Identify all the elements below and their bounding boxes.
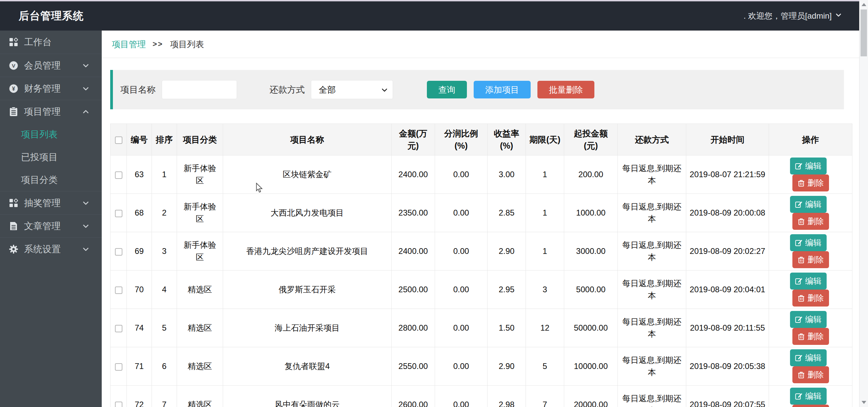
breadcrumb-separator: >>: [153, 40, 163, 49]
edit-pencil-icon: [795, 316, 803, 323]
cell-term: 3: [526, 271, 564, 309]
trash-icon: [797, 218, 805, 225]
delete-button-label: 删除: [808, 254, 824, 265]
cell-actions: 编辑 删除: [769, 271, 852, 309]
delete-button[interactable]: 删除: [792, 251, 829, 268]
row-checkbox[interactable]: [115, 325, 122, 332]
scrollbar-up-arrow[interactable]: [862, 3, 866, 6]
edit-button[interactable]: 编辑: [790, 273, 827, 290]
edit-button[interactable]: 编辑: [790, 158, 827, 174]
cell-id: 63: [127, 155, 152, 194]
delete-button[interactable]: 删除: [792, 213, 829, 230]
batch-delete-button[interactable]: 批量删除: [537, 81, 594, 98]
edit-button-label: 编辑: [805, 161, 822, 171]
delete-button[interactable]: 删除: [792, 174, 829, 191]
user-menu[interactable]: . 欢迎您，管理员[admin]: [744, 11, 843, 21]
column-header: 收益率(%): [488, 124, 526, 155]
edit-button[interactable]: 编辑: [790, 349, 827, 366]
cell-yield-rate: 2.95: [488, 271, 526, 309]
sidebar-item-projects[interactable]: 项目管理: [0, 100, 102, 123]
edit-button[interactable]: 编辑: [790, 388, 827, 405]
row-checkbox[interactable]: [115, 402, 122, 407]
edit-button-label: 编辑: [805, 391, 822, 402]
cell-project-name: 风中有朵雨做的云: [223, 386, 392, 407]
table-row: 72 7 精选区 风中有朵雨做的云 2600.00 0.00 2.98 7 20…: [111, 386, 852, 407]
add-project-button[interactable]: 添加项目: [474, 81, 531, 98]
table-row: 68 2 新手体验区 大西北风力发电项目 2350.00 0.00 2.85 1…: [111, 194, 852, 232]
delete-button-label: 删除: [808, 178, 824, 188]
edit-pencil-icon: [795, 392, 803, 400]
row-checkbox[interactable]: [115, 171, 122, 179]
table-row: 71 6 精选区 复仇者联盟4 2550.00 0.00 2.90 5 1000…: [111, 347, 852, 386]
select-all-checkbox[interactable]: [115, 136, 122, 144]
sidebar-item-label: 系统设置: [24, 243, 61, 255]
projects-table: 编号 排序 项目分类 项目名称 金额(万元) 分润比例(%) 收益率(%) 期限…: [110, 124, 852, 407]
cell-category: 新手体验区: [177, 232, 223, 271]
column-header: 期限(天): [526, 124, 564, 155]
row-checkbox[interactable]: [115, 210, 122, 217]
sidebar-item-finance[interactable]: ¥ 财务管理: [0, 77, 102, 100]
cell-sort: 5: [152, 309, 177, 347]
cell-sort: 2: [152, 194, 177, 232]
breadcrumb-parent-link[interactable]: 项目管理: [112, 39, 146, 50]
cell-repay-method: 每日返息,到期还本: [618, 232, 686, 271]
sidebar-item-workbench[interactable]: 工作台: [0, 31, 102, 54]
trash-icon: [797, 256, 805, 263]
cell-start-time: 2019-08-09 20:07:55: [686, 386, 769, 407]
filter-panel: 项目名称 还款方式 全部 查询 添加项目 批量删除: [110, 70, 844, 109]
cell-amount: 2550.00: [392, 347, 435, 386]
repay-method-label: 还款方式: [270, 84, 305, 96]
delete-button[interactable]: 删除: [792, 328, 829, 345]
cell-repay-method: 每日返息,到期还本: [618, 194, 686, 232]
chevron-up-icon: [81, 107, 90, 116]
delete-button[interactable]: 删除: [792, 405, 829, 407]
column-header: 排序: [152, 124, 177, 155]
repay-method-select[interactable]: 全部: [311, 80, 393, 99]
edit-button[interactable]: 编辑: [790, 311, 827, 328]
edit-button[interactable]: 编辑: [790, 196, 827, 213]
project-name-input[interactable]: [162, 80, 237, 99]
sidebar-item-lottery[interactable]: 抽奖管理: [0, 191, 102, 214]
cell-start-time: 2019-08-09 20:02:27: [686, 232, 769, 271]
row-select-cell: [111, 347, 127, 386]
scrollbar-down-arrow[interactable]: [862, 401, 866, 404]
row-select-cell: [111, 386, 127, 407]
top-navbar: 后台管理系统 . 欢迎您，管理员[admin]: [0, 1, 868, 31]
search-button[interactable]: 查询: [427, 81, 467, 98]
workbench-grid-icon: [9, 37, 18, 47]
column-header: 项目分类: [177, 124, 223, 155]
sidebar-item-project-list[interactable]: 项目列表: [0, 123, 102, 146]
edit-button-label: 编辑: [805, 199, 822, 210]
table-row: 63 1 新手体验区 区块链紫金矿 2400.00 0.00 3.00 1 20…: [111, 155, 852, 194]
settings-gear-icon: [9, 244, 18, 254]
column-header: 还款方式: [618, 124, 686, 155]
svg-text:V: V: [12, 62, 15, 68]
chevron-down-icon: [81, 245, 90, 254]
row-checkbox[interactable]: [115, 286, 122, 294]
cell-category: 精选区: [177, 309, 223, 347]
sidebar-submenu-projects: 项目列表 已投项目 项目分类: [0, 123, 102, 191]
sidebar-item-project-categories[interactable]: 项目分类: [0, 168, 102, 191]
table-row: 74 5 精选区 海上石油开采项目 2800.00 0.00 1.50 12 5…: [111, 309, 852, 347]
edit-button-label: 编辑: [805, 276, 822, 286]
cell-term: 1: [526, 155, 564, 194]
sidebar-item-settings[interactable]: 系统设置: [0, 237, 102, 260]
sidebar-item-articles[interactable]: 文章管理: [0, 214, 102, 237]
cell-sort: 7: [152, 386, 177, 407]
cell-id: 72: [127, 386, 152, 407]
member-icon: V: [9, 61, 18, 70]
table-header: 编号 排序 项目分类 项目名称 金额(万元) 分润比例(%) 收益率(%) 期限…: [111, 124, 852, 155]
svg-text:¥: ¥: [12, 86, 15, 92]
cell-profit-ratio: 0.00: [435, 232, 488, 271]
row-checkbox[interactable]: [115, 248, 122, 256]
cell-yield-rate: 2.90: [488, 347, 526, 386]
sidebar-item-label: 工作台: [24, 36, 52, 48]
delete-button[interactable]: 删除: [792, 366, 829, 383]
sidebar-item-invested-projects[interactable]: 已投项目: [0, 146, 102, 168]
scrollbar-thumb[interactable]: [861, 10, 867, 56]
edit-button[interactable]: 编辑: [790, 234, 827, 251]
cell-project-name: 海上石油开采项目: [223, 309, 392, 347]
row-checkbox[interactable]: [115, 363, 122, 371]
sidebar-item-members[interactable]: V 会员管理: [0, 54, 102, 77]
delete-button[interactable]: 删除: [792, 290, 829, 307]
